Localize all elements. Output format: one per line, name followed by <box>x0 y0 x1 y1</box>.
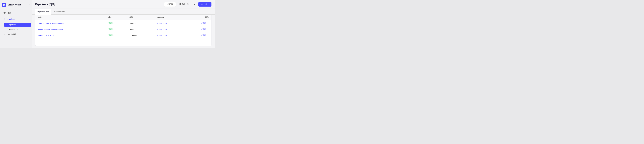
page-header: Pipelines 列表 估算用量 查看文档 <box>32 0 215 9</box>
docs-icon <box>179 3 181 6</box>
svg-point-4 <box>4 13 5 13</box>
main-content: Pipelines 列表 估算用量 查看文档 <box>32 0 215 48</box>
pipeline-name-link[interactable]: ingestion_text_0729 <box>38 34 54 36</box>
pipeline-table-container: 名称 状态 类型 Collection 操作 deletion_pipeline… <box>35 15 212 46</box>
estimate-button[interactable]: 估算用量 <box>164 2 176 7</box>
connectors-subitem-label: Connectors <box>7 28 18 30</box>
terminal-button[interactable] <box>192 2 197 7</box>
table-row: search_pipeline_1722218560487 运行中 Search… <box>35 26 211 32</box>
tabs-bar: Pipelines 列表 Pipelines 事件 <box>32 9 215 15</box>
col-header-name: 名称 <box>35 15 106 20</box>
cluster-label: 集群 <box>8 12 11 14</box>
sidebar-subitem-pipelines[interactable]: Pipelines <box>4 23 31 27</box>
project-chevron-icon: ⌄ ⌃ <box>27 4 30 6</box>
docs-button[interactable]: 查看文档 <box>177 2 190 7</box>
api-console-label: API 控制台 <box>8 33 16 36</box>
play-icon: ▷ <box>201 28 202 30</box>
terminal-icon <box>193 3 195 6</box>
page-title: Pipelines 列表 <box>35 2 164 6</box>
status-badge: 运行中 <box>108 34 114 36</box>
pipelines-subitem-label: Pipelines <box>8 24 16 26</box>
svg-rect-1 <box>4 4 5 5</box>
col-header-status: 状态 <box>106 15 127 20</box>
sidebar-item-pipeline[interactable]: Pipeline ∧ <box>1 17 31 22</box>
run-label: 运行 <box>202 22 206 25</box>
more-button[interactable]: ··· <box>207 28 209 31</box>
pipeline-icon <box>3 18 6 21</box>
docs-label: 查看文档 <box>182 3 188 6</box>
sidebar: Default Project ⌄ ⌃ 集群 <box>0 0 32 48</box>
pipeline-chevron-icon: ∧ <box>28 18 29 20</box>
sidebar-item-api-console[interactable]: API 控制台 <box>1 32 31 37</box>
col-header-type: 类型 <box>127 15 153 20</box>
play-icon: ▷ <box>201 34 202 36</box>
collection-link[interactable]: col_text_0729 <box>156 28 167 30</box>
run-label: 运行 <box>202 34 206 36</box>
project-name: Default Project <box>8 4 25 6</box>
sidebar-divider <box>0 9 32 9</box>
tab-pipeline-events[interactable]: Pipelines 事件 <box>52 9 67 15</box>
pipeline-type: Deletion <box>130 22 136 24</box>
pipeline-name-link[interactable]: search_pipeline_1722218560487 <box>38 28 64 30</box>
col-header-collection: Collection <box>153 15 188 20</box>
pipeline-name-link[interactable]: deletion_pipeline_1722218560487 <box>38 22 64 24</box>
play-icon: ▷ <box>201 22 202 24</box>
status-badge: 运行中 <box>108 22 114 24</box>
run-button[interactable]: ▷ 运行 <box>201 22 206 25</box>
header-actions: 估算用量 查看文档 <box>164 2 212 7</box>
sidebar-item-cluster[interactable]: 集群 <box>1 10 31 16</box>
add-pipeline-button[interactable]: + Pipeline <box>198 2 212 7</box>
app-container: Default Project ⌄ ⌃ 集群 <box>0 0 215 48</box>
collection-link[interactable]: col_text_0729 <box>156 34 167 36</box>
project-icon <box>2 3 6 7</box>
status-badge: 运行中 <box>108 28 114 30</box>
table-header-row: 名称 状态 类型 Collection 操作 <box>35 15 211 20</box>
run-button[interactable]: ▷ 运行 <box>201 34 206 36</box>
project-selector[interactable]: Default Project ⌄ ⌃ <box>0 1 32 8</box>
svg-rect-0 <box>3 4 4 5</box>
svg-rect-3 <box>4 5 5 6</box>
table-row: deletion_pipeline_1722218560487 运行中 Dele… <box>35 20 211 26</box>
table-row: ingestion_text_0729 运行中 Ingestion col_te… <box>35 32 211 38</box>
pipeline-type: Ingestion <box>130 34 136 36</box>
api-console-icon <box>3 33 6 36</box>
pipeline-type: Search <box>130 28 135 30</box>
sidebar-subitem-connectors[interactable]: Connectors <box>4 27 32 31</box>
collection-link[interactable]: col_text_0729 <box>156 22 167 24</box>
more-button[interactable]: ··· <box>207 22 209 25</box>
run-button[interactable]: ▷ 运行 <box>201 28 206 31</box>
tab-pipeline-list[interactable]: Pipelines 列表 <box>35 9 51 15</box>
more-button[interactable]: ··· <box>207 34 209 36</box>
run-label: 运行 <box>202 28 206 31</box>
pipeline-table: 名称 状态 类型 Collection 操作 deletion_pipeline… <box>35 15 211 38</box>
cluster-icon <box>3 12 6 15</box>
pipeline-label: Pipeline <box>8 18 15 20</box>
pipeline-subitems: Pipelines Connectors <box>0 22 32 31</box>
svg-rect-2 <box>3 5 4 6</box>
col-header-actions: 操作 <box>188 15 211 20</box>
